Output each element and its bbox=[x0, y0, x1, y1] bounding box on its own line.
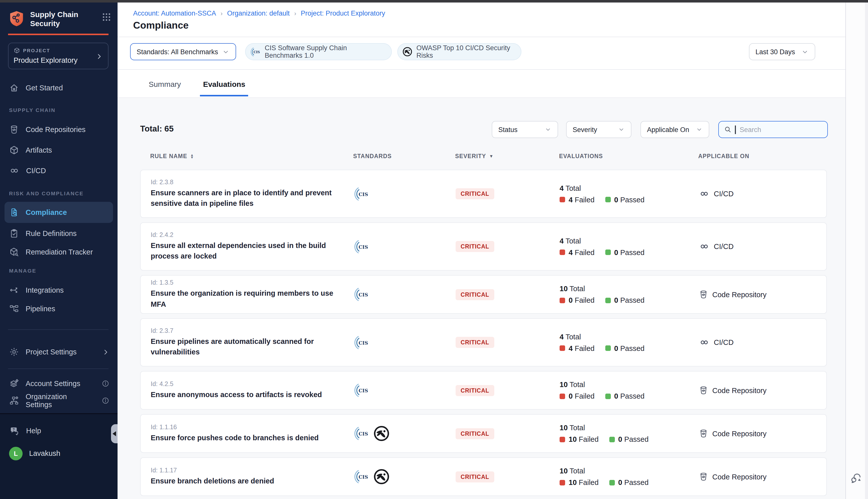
applicable-on-cell: CI/CD bbox=[699, 337, 826, 348]
chip-label: CIS Software Supply Chain Benchmarks 1.0 bbox=[265, 44, 384, 59]
sidebar-item-compliance[interactable]: Compliance bbox=[4, 202, 113, 223]
applicable-on-cell: Code Repository bbox=[699, 429, 826, 438]
table-row[interactable]: Id: 1.1.16 Ensure force pushes code to b… bbox=[140, 414, 827, 453]
breadcrumb-project[interactable]: Project: Product Exploratory bbox=[301, 10, 385, 17]
failed-indicator bbox=[559, 197, 565, 202]
tab-evaluations[interactable]: Evaluations bbox=[200, 76, 248, 96]
code-repository-icon bbox=[699, 386, 708, 395]
sidebar-item-label: Get Started bbox=[26, 84, 109, 92]
table-header: RULE NAME ▲▼ STANDARDS SEVERITY ▼ EVALUA… bbox=[140, 153, 827, 159]
sidebar-item-label: Organization Settings bbox=[26, 392, 95, 409]
status-filter-label: Status bbox=[498, 126, 518, 133]
severity-badge: CRITICAL bbox=[456, 289, 494, 300]
sidebar-item-label: Help bbox=[26, 427, 109, 435]
sidebar-item-rule-definitions[interactable]: Rule Definitions bbox=[0, 223, 118, 243]
severity-filter-dropdown[interactable]: Severity bbox=[566, 121, 631, 138]
sidebar-item-integrations[interactable]: Integrations bbox=[0, 280, 118, 300]
package-icon bbox=[9, 145, 19, 155]
chevron-down-icon bbox=[801, 48, 809, 56]
applicable-on-label: Code Repository bbox=[712, 473, 767, 481]
column-applicable-on: APPLICABLE ON bbox=[698, 153, 827, 159]
applicable-on-label: Code Repository bbox=[712, 290, 767, 299]
table-row[interactable]: Id: 1.1.17 Ensure branch deletions are d… bbox=[140, 457, 827, 496]
brand-divider bbox=[8, 34, 108, 35]
sidebar: Supply Chain Security PROJECT Product Ex… bbox=[0, 2, 118, 499]
cis-logo-icon bbox=[354, 469, 369, 485]
table-row[interactable]: Id: 4.2.5 Ensure anonymous access to art… bbox=[140, 371, 827, 410]
date-range-label: Last 30 Days bbox=[756, 48, 795, 56]
applicable-on-filter-dropdown[interactable]: Applicable On bbox=[640, 121, 709, 138]
sidebar-item-remediation-tracker[interactable]: Remediation Tracker bbox=[0, 242, 118, 262]
scrollbar[interactable] bbox=[865, 2, 868, 499]
sidebar-item-label: Account Settings bbox=[26, 379, 95, 388]
breadcrumb-account[interactable]: Account: Automation-SSCA bbox=[133, 10, 216, 17]
info-icon[interactable] bbox=[101, 379, 109, 388]
sidebar-item-label: Artifacts bbox=[26, 146, 109, 154]
org-chart-gear-icon bbox=[9, 395, 19, 406]
evaluations-section: Total: 65 Status Severity Applicable On bbox=[118, 97, 845, 499]
column-rule-name[interactable]: RULE NAME ▲▼ bbox=[150, 153, 353, 159]
app-switcher-button[interactable] bbox=[101, 12, 111, 22]
brand-title-line2: Security bbox=[30, 19, 79, 28]
failed-indicator bbox=[559, 437, 565, 442]
sidebar-item-label: CI/CD bbox=[26, 167, 109, 175]
main-content: Account: Automation-SSCA › Organization:… bbox=[118, 2, 845, 499]
document-search-icon bbox=[9, 207, 19, 217]
severity-badge: CRITICAL bbox=[456, 385, 494, 396]
collapse-arrow-icon bbox=[112, 431, 116, 436]
table-row[interactable]: Id: 2.3.7 Ensure pipelines are automatic… bbox=[140, 318, 827, 366]
user-menu[interactable]: L Lavakush bbox=[0, 443, 118, 463]
chevron-down-icon bbox=[618, 126, 625, 133]
breadcrumb: Account: Automation-SSCA › Organization:… bbox=[133, 10, 385, 17]
info-icon[interactable] bbox=[101, 397, 109, 405]
sidebar-item-artifacts[interactable]: Artifacts bbox=[0, 140, 118, 160]
severity-badge: CRITICAL bbox=[456, 188, 494, 199]
chip-cis-benchmark[interactable]: CIS Software Supply Chain Benchmarks 1.0 bbox=[245, 43, 392, 60]
sidebar-item-code-repositories[interactable]: Code Repositories bbox=[0, 120, 118, 139]
sidebar-item-cicd[interactable]: CI/CD bbox=[0, 161, 118, 181]
search-icon bbox=[724, 125, 732, 134]
page-title: Compliance bbox=[133, 20, 189, 31]
cis-logo-icon bbox=[354, 334, 369, 350]
failed-indicator bbox=[559, 480, 565, 485]
breadcrumb-organization[interactable]: Organization: default bbox=[227, 10, 290, 17]
help-chat-icon bbox=[9, 425, 20, 436]
applicable-on-label: CI/CD bbox=[714, 242, 734, 251]
sidebar-section-manage: MANAGE bbox=[9, 268, 36, 273]
status-filter-dropdown[interactable]: Status bbox=[492, 121, 558, 138]
rule-name: Ensure scanners are in place to identify… bbox=[151, 188, 340, 209]
sidebar-item-label: Project Settings bbox=[26, 348, 95, 356]
sidebar-item-get-started[interactable]: Get Started bbox=[0, 78, 118, 98]
search-field[interactable] bbox=[718, 121, 828, 138]
chip-owasp-top10[interactable]: OWASP Top 10 CI/CD Security Risks bbox=[397, 43, 521, 60]
sidebar-item-label: Compliance bbox=[26, 208, 105, 216]
table-row[interactable]: Id: 1.3.5 Ensure the organization is req… bbox=[140, 275, 827, 314]
grid-icon bbox=[101, 12, 111, 22]
search-input[interactable] bbox=[739, 125, 814, 134]
evaluations-cell: 10 Total 10 Failed 0 Passed bbox=[559, 424, 699, 443]
tab-summary[interactable]: Summary bbox=[146, 76, 184, 96]
support-button[interactable] bbox=[850, 472, 862, 484]
rule-id: Id: 1.1.17 bbox=[151, 467, 340, 474]
chevron-down-icon bbox=[544, 126, 552, 133]
table-row[interactable]: Id: 2.4.2 Ensure all external dependenci… bbox=[140, 222, 827, 271]
sidebar-divider bbox=[8, 329, 108, 330]
chevron-down-icon bbox=[696, 126, 703, 133]
rule-name: Ensure force pushes code to branches is … bbox=[151, 433, 340, 443]
rule-id: Id: 1.3.5 bbox=[151, 279, 340, 287]
table-row[interactable]: Id: 2.3.8 Ensure scanners are in place t… bbox=[140, 170, 827, 218]
breadcrumb-separator: › bbox=[294, 10, 296, 17]
sidebar-item-pipelines[interactable]: Pipelines bbox=[0, 299, 118, 319]
sidebar-item-project-settings[interactable]: Project Settings bbox=[0, 342, 118, 362]
project-selector[interactable]: PROJECT Product Exploratory bbox=[8, 43, 108, 69]
date-range-dropdown[interactable]: Last 30 Days bbox=[749, 43, 815, 60]
project-name: Product Exploratory bbox=[14, 56, 103, 64]
passed-indicator bbox=[605, 250, 611, 255]
sidebar-item-help[interactable]: Help bbox=[0, 421, 118, 441]
standards-dropdown[interactable]: Standards: All Benchmarks bbox=[130, 43, 236, 60]
column-severity[interactable]: SEVERITY ▼ bbox=[455, 153, 559, 159]
rule-name: Ensure anonymous access to artifacts is … bbox=[151, 390, 340, 400]
sidebar-item-organization-settings[interactable]: Organization Settings bbox=[0, 391, 118, 411]
cis-logo-icon bbox=[354, 186, 369, 202]
sidebar-collapse-handle[interactable] bbox=[111, 424, 118, 443]
